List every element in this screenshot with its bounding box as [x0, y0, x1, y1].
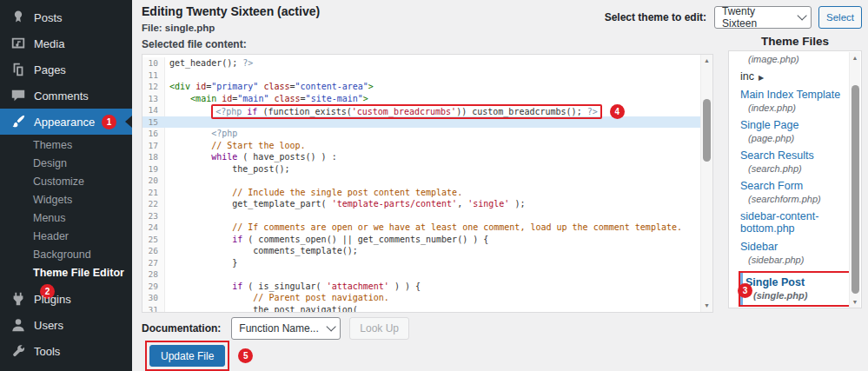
theme-file-link[interactable]: Search Results — [740, 149, 861, 162]
line-number: 20 — [142, 175, 165, 187]
code-token: // Start the loop. — [211, 141, 305, 150]
theme-file-filename: (page.php) — [748, 133, 861, 143]
code-line-12[interactable]: 12<div id="primary" class="content-area"… — [142, 81, 700, 93]
code-line-31[interactable]: 31 the_post_navigation( — [142, 304, 700, 313]
code-token: ( have_posts() ) : — [237, 152, 336, 162]
code-area[interactable]: 10get_header(); ?>1112<div id="primary" … — [142, 55, 700, 312]
code-text: if ( comments_open() || get_comments_num… — [165, 234, 488, 246]
theme-file-item-search-results[interactable]: Search Results(search.php) — [740, 149, 861, 174]
code-line-22[interactable]: 22 get_template_part( 'template-parts/co… — [142, 198, 700, 210]
submenu-item-menus[interactable]: Menus — [0, 209, 132, 228]
documentation-dropdown[interactable]: Function Name... — [231, 317, 341, 340]
code-line-10[interactable]: 10get_header(); ?> — [142, 57, 700, 70]
code-token: id — [195, 82, 206, 91]
sidebar-item-users[interactable]: Users — [0, 312, 132, 338]
theme-select-row: Select theme to edit: Twenty Sixteen Sel… — [605, 6, 862, 29]
sidebar-item-media[interactable]: Media — [0, 30, 132, 56]
code-line-20[interactable]: 20 — [142, 175, 700, 187]
theme-file-link[interactable]: Main Index Template — [740, 89, 861, 101]
theme-file-link[interactable]: Single Page — [740, 119, 861, 131]
code-line-27[interactable]: 27 } — [142, 257, 700, 269]
look-up-button[interactable]: Look Up — [349, 317, 409, 340]
theme-file-filename: (single.php) — [753, 290, 845, 301]
code-text: <?php if (function_exists('custom_breadc… — [165, 104, 625, 116]
code-line-16[interactable]: 16 <?php — [142, 128, 700, 140]
editor-scrollbar[interactable]: ▲ ▼ — [700, 55, 712, 312]
code-line-25[interactable]: 25 if ( comments_open() || get_comments_… — [142, 234, 700, 246]
sidebar-item-appearance[interactable]: Appearance1 — [0, 109, 132, 135]
select-theme-button[interactable]: Select — [818, 6, 862, 29]
code-token: , — [457, 199, 467, 209]
theme-file-filename: (searchform.php) — [748, 194, 861, 204]
code-token: )) custom_breadcrumbs(); — [456, 107, 587, 116]
appearance-submenu: ThemesDesignCustomizeWidgetsMenusHeaderB… — [0, 135, 132, 286]
theme-file-item-sidebar[interactable]: Sidebar(sidebar.php) — [740, 241, 861, 265]
line-number: 25 — [142, 234, 165, 246]
scroll-down-icon[interactable]: ▼ — [701, 301, 712, 311]
theme-file-link[interactable]: Single Post — [745, 276, 845, 288]
code-text: get_template_part( 'template-parts/conte… — [165, 198, 525, 210]
code-token: id — [222, 94, 232, 103]
sidebar-item-plugins[interactable]: Plugins — [0, 286, 132, 312]
theme-files-scrollbar[interactable]: ▲ ▼ — [849, 52, 860, 308]
code-line-13[interactable]: 13 <main id="main" class="site-main"> — [142, 93, 700, 105]
theme-file-link[interactable]: Search Form — [740, 180, 861, 192]
code-line-29[interactable]: 29 if ( is_singular( 'attachment' ) ) { — [142, 281, 700, 293]
annotation-badge-3: 3 — [738, 283, 752, 298]
scroll-up-icon[interactable]: ▲ — [850, 53, 860, 63]
line-number: 14 — [142, 104, 165, 116]
code-line-11[interactable]: 11 — [142, 70, 700, 82]
code-text: the_post(); — [165, 163, 289, 176]
submenu-item-background[interactable]: Background — [0, 246, 132, 264]
code-token: 'custom_breadcrumbs' — [352, 107, 456, 116]
code-token: // Parent post navigation. — [253, 293, 389, 302]
submenu-item-theme-file-editor[interactable]: Theme File Editor2 — [0, 264, 132, 282]
code-text: if ( is_singular( 'attachment' ) ) { — [165, 281, 421, 293]
editor-scrollbar-thumb[interactable] — [703, 99, 711, 162]
code-token: class — [274, 94, 300, 103]
code-line-23[interactable]: 23 — [142, 210, 700, 222]
theme-select-dropdown[interactable]: Twenty Sixteen — [714, 6, 812, 29]
submenu-item-themes[interactable]: Themes — [0, 136, 132, 155]
theme-file-link[interactable]: sidebar-content-bottom.php — [740, 210, 861, 235]
code-text — [165, 116, 169, 129]
code-line-14[interactable]: 14 <?php if (function_exists('custom_bre… — [142, 104, 700, 116]
code-line-18[interactable]: 18 while ( have_posts() ) : — [142, 151, 700, 163]
sidebar-item-comments[interactable]: Comments — [0, 83, 132, 109]
submenu-item-design[interactable]: Design — [0, 155, 132, 173]
theme-file-link[interactable]: Sidebar — [740, 241, 861, 253]
scroll-down-icon[interactable]: ▼ — [850, 297, 860, 308]
theme-file-item-search-form[interactable]: Search Form(searchform.php) — [740, 180, 861, 204]
code-line-30[interactable]: 30 // Parent post navigation. — [142, 292, 700, 304]
theme-file-item-single-page[interactable]: Single Page(page.php) — [740, 119, 861, 143]
submenu-item-customize[interactable]: Customize — [0, 173, 132, 191]
line-number: 30 — [142, 292, 165, 304]
theme-file-item-sidebar-content-bottom-php[interactable]: sidebar-content-bottom.php — [740, 210, 861, 235]
sidebar-item-label: Users — [34, 319, 63, 332]
code-line-28[interactable]: 28 — [142, 268, 700, 281]
sidebar-item-settings[interactable]: Settings — [0, 364, 132, 371]
code-line-24[interactable]: 24 // If comments are open or we have at… — [142, 222, 700, 234]
code-token: ( is_singular( — [242, 282, 326, 291]
code-line-19[interactable]: 19 the_post(); — [142, 163, 700, 176]
code-line-17[interactable]: 17 // Start the loop. — [142, 140, 700, 152]
sidebar-item-pages[interactable]: Pages — [0, 56, 132, 83]
code-text: } — [165, 257, 237, 269]
theme-file-item-main-index-template[interactable]: Main Index Template(index.php) — [740, 89, 861, 113]
code-line-26[interactable]: 26 comments_template(); — [142, 245, 700, 257]
line-number: 28 — [142, 268, 165, 281]
code-editor[interactable]: 10get_header(); ?>1112<div id="primary" … — [142, 54, 713, 313]
code-line-21[interactable]: 21 // Include the single post content te… — [142, 187, 700, 199]
theme-files-scrollbar-thumb[interactable] — [851, 85, 859, 294]
theme-files-list: (image.php)inc▶Main Index Template(index… — [728, 50, 862, 308]
code-token: // If comments are open or we have at le… — [232, 222, 682, 232]
sidebar-item-posts[interactable]: Posts — [0, 4, 132, 30]
scroll-up-icon[interactable]: ▲ — [701, 56, 712, 66]
update-file-button[interactable]: Update File — [149, 345, 225, 367]
theme-file-item-single-post[interactable]: 3Single Post(single.php) — [739, 271, 852, 307]
sidebar-item-tools[interactable]: Tools — [0, 338, 132, 364]
theme-folder-inc[interactable]: inc▶ — [740, 70, 861, 83]
submenu-item-header[interactable]: Header — [0, 228, 132, 246]
user-icon — [10, 317, 26, 333]
submenu-item-widgets[interactable]: Widgets — [0, 191, 132, 209]
